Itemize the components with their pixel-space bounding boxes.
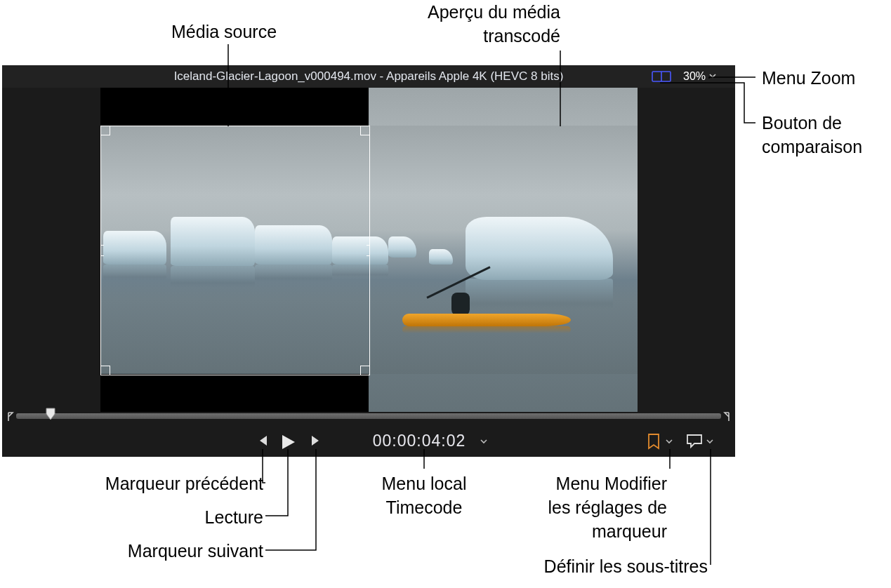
compare-button[interactable] xyxy=(651,68,672,85)
captions-button[interactable] xyxy=(685,432,704,451)
next-marker-button[interactable] xyxy=(307,432,325,450)
titlebar: Iceland-Glacier-Lagoon_v000494.mov - App… xyxy=(2,65,735,88)
zoom-value: 30% xyxy=(683,70,706,83)
playhead-icon[interactable] xyxy=(46,408,55,425)
timeline[interactable] xyxy=(2,412,735,425)
paddler xyxy=(451,293,470,316)
captions-menu[interactable] xyxy=(706,437,714,446)
compare-icon xyxy=(652,70,671,83)
timecode-display[interactable]: 00:00:04:02 xyxy=(356,430,482,451)
text-line: Menu Modifier xyxy=(456,472,667,495)
out-point-icon[interactable] xyxy=(722,412,730,424)
chevron-down-icon xyxy=(480,437,488,446)
marker-settings-menu[interactable] xyxy=(665,437,673,446)
callout-prev-marker: Marqueur précédent xyxy=(53,472,263,495)
callout-zoom-menu: Menu Zoom xyxy=(762,66,855,90)
crop-handle-bottom-right[interactable] xyxy=(360,366,370,375)
text-line: Bouton de xyxy=(762,111,862,135)
chevron-down-icon xyxy=(665,437,673,446)
callout-transcoded-preview: Aperçu du média transcodé xyxy=(279,0,560,48)
play-button[interactable] xyxy=(276,430,300,454)
letterbox-top xyxy=(100,88,369,126)
prev-marker-button[interactable] xyxy=(253,432,272,450)
chevron-down-icon xyxy=(706,437,714,446)
play-icon xyxy=(279,433,297,451)
crop-handle-top-right[interactable] xyxy=(360,126,370,135)
skip-back-icon xyxy=(256,434,270,448)
kayak xyxy=(402,314,571,326)
zoom-menu[interactable]: 30% xyxy=(679,68,721,85)
crop-handle-top-left[interactable] xyxy=(100,126,110,135)
callout-next-marker: Marqueur suivant xyxy=(53,539,263,563)
callout-compare-button: Bouton de comparaison xyxy=(762,111,862,159)
crop-handle-bottom-left[interactable] xyxy=(100,366,110,375)
in-point-icon[interactable] xyxy=(8,412,15,424)
callout-play: Lecture xyxy=(53,505,263,529)
text-line: les réglages de xyxy=(456,495,667,519)
text-line: comparaison xyxy=(762,135,862,159)
timeline-track[interactable] xyxy=(16,413,721,419)
kayak-reflection xyxy=(402,326,571,333)
caption-icon xyxy=(686,434,703,449)
skip-forward-icon xyxy=(309,434,323,448)
callout-media-source: Média source xyxy=(171,20,277,44)
timecode-menu[interactable] xyxy=(480,437,488,446)
preview-window: Iceland-Glacier-Lagoon_v000494.mov - App… xyxy=(2,65,735,457)
preview-viewport[interactable] xyxy=(100,88,638,412)
titlebar-title: Iceland-Glacier-Lagoon_v000494.mov - App… xyxy=(2,69,735,83)
marker-settings-button[interactable] xyxy=(644,432,664,451)
controls-bar: 00:00:04:02 xyxy=(2,426,735,457)
letterbox-bottom xyxy=(100,374,369,412)
callout-marker-settings: Menu Modifier les réglages de marqueur xyxy=(456,472,667,543)
crop-handle-mid-right[interactable] xyxy=(367,245,370,256)
callout-set-captions: Définir les sous-titres xyxy=(455,554,708,578)
bookmark-icon xyxy=(646,433,661,450)
text-line: Aperçu du média xyxy=(279,0,560,24)
crop-handle-mid-left[interactable] xyxy=(100,245,104,256)
chevron-down-icon xyxy=(708,70,717,83)
crop-frame[interactable] xyxy=(100,126,370,375)
text-line: transcodé xyxy=(279,24,560,48)
text-line: marqueur xyxy=(456,519,667,543)
